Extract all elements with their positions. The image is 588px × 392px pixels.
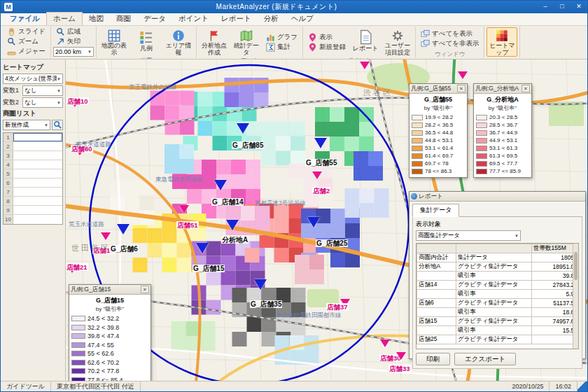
- report-row[interactable]: 吸引率15.55: [417, 326, 580, 335]
- mesh-select[interactable]: 4次メッシュ(世界測地系)▼: [3, 74, 63, 84]
- report-row[interactable]: 吸引率5.98: [417, 290, 580, 299]
- tab-ヘルプ[interactable]: ヘルプ: [285, 13, 320, 25]
- report-row[interactable]: 店舗14グラビティ集計データ27843.28: [417, 281, 580, 290]
- slide-button[interactable]: スライド: [4, 27, 48, 36]
- legend-window-store55[interactable]: 凡例:G_店舗55✕ G_店舗55 by "吸引率" 19.9 < 28.228…: [409, 83, 468, 178]
- legend-button[interactable]: 凡例: [131, 27, 162, 57]
- hide-all-button[interactable]: すべてを非表示: [418, 39, 482, 48]
- store-marker[interactable]: [312, 172, 322, 179]
- graph-button[interactable]: グラフ: [263, 33, 300, 42]
- print-button[interactable]: 印刷: [416, 353, 450, 365]
- report-table[interactable]: 世帯数155M 商圏内合計集計データ18054分析地Aグラビティ集計データ189…: [416, 243, 579, 349]
- report-row[interactable]: 店舗25グラビティ集計データ: [417, 335, 580, 344]
- show-all-button[interactable]: すべてを表示: [418, 29, 482, 38]
- legend-window-store15[interactable]: 凡例:G_店舗15✕ G_店舗15 by "吸引率" 24.5 < 32.232…: [69, 284, 151, 381]
- resize-corner[interactable]: [578, 382, 587, 391]
- report-row[interactable]: 店舗15グラビティ集計データ74957.68: [417, 317, 580, 326]
- point-report-button[interactable]: レポート: [350, 27, 381, 57]
- g-store-marker[interactable]: [196, 243, 209, 253]
- store-marker[interactable]: [380, 340, 390, 347]
- var1-select[interactable]: なし▼: [22, 85, 63, 96]
- close-button[interactable]: ✕: [570, 1, 587, 13]
- store-marker[interactable]: [101, 232, 111, 240]
- trade-area-row[interactable]: 4: [4, 160, 62, 169]
- heatmap-toggle-button[interactable]: ヒートマップ: [486, 27, 517, 57]
- store-marker[interactable]: [179, 205, 189, 213]
- g-store-marker[interactable]: [254, 279, 267, 290]
- g-store-marker[interactable]: [314, 138, 327, 148]
- title-bar[interactable]: M MarketAnalyzer (新規ドキュメント) – □ ✕: [1, 1, 587, 13]
- trade-area-row[interactable]: 8: [4, 197, 62, 206]
- trade-area-cell[interactable]: [13, 160, 62, 169]
- point-register-button[interactable]: 新規登録: [305, 43, 349, 52]
- report-row[interactable]: 商圏内合計集計データ18054: [417, 253, 580, 262]
- g-store-marker[interactable]: [214, 180, 227, 190]
- area-info-button[interactable]: エリア情報: [163, 27, 194, 57]
- trade-area-cell[interactable]: [13, 169, 62, 178]
- search-button[interactable]: [52, 120, 63, 130]
- tab-分析[interactable]: 分析: [258, 13, 285, 25]
- trade-area-cell[interactable]: [13, 197, 62, 205]
- g-store-marker[interactable]: [117, 224, 130, 234]
- tab-商圏[interactable]: 商圏: [110, 13, 137, 25]
- trade-area-cell[interactable]: [13, 142, 62, 150]
- guide-tool-status[interactable]: ガイドツール: [1, 382, 51, 391]
- trade-area-cell[interactable]: [13, 188, 62, 196]
- trade-area-row[interactable]: 6: [4, 178, 62, 188]
- trade-area-select[interactable]: 新規作成▼: [3, 120, 50, 130]
- tab-aggregate-data[interactable]: 集計データ: [412, 204, 459, 217]
- report-row[interactable]: 店舗6グラビティ集計データ51137.54: [417, 299, 580, 308]
- store-marker[interactable]: [396, 352, 406, 360]
- trade-area-row[interactable]: 1: [4, 133, 62, 142]
- trade-area-row[interactable]: 10: [4, 215, 62, 224]
- close-icon[interactable]: ✕: [522, 85, 530, 92]
- trade-area-list-title: 商圏リスト: [3, 109, 63, 118]
- g-store-marker[interactable]: [226, 220, 239, 230]
- point-show-button[interactable]: 表示: [305, 33, 349, 42]
- arrow-button[interactable]: 矢印: [53, 37, 94, 46]
- report-row[interactable]: 吸引率18.62: [417, 308, 580, 317]
- minimize-button[interactable]: –: [537, 1, 554, 13]
- user-settings-button[interactable]: ユーザー項目設定: [382, 27, 413, 57]
- close-icon[interactable]: ✕: [457, 85, 465, 92]
- trade-area-cell[interactable]: [13, 206, 62, 214]
- report-row[interactable]: 吸引率39.87: [417, 272, 580, 281]
- store-marker[interactable]: [360, 62, 370, 69]
- trade-area-cell[interactable]: [13, 178, 62, 187]
- analysis-point-button[interactable]: 分析地点作成: [199, 27, 230, 57]
- trade-area-row[interactable]: 2: [4, 142, 62, 151]
- tab-ファイル[interactable]: ファイル: [4, 13, 46, 25]
- maximize-button[interactable]: □: [554, 1, 570, 13]
- trade-area-row[interactable]: 7: [4, 188, 62, 197]
- trade-area-cell[interactable]: [13, 133, 62, 141]
- trade-area-cell[interactable]: [13, 151, 62, 160]
- trade-area-cell[interactable]: [13, 215, 62, 224]
- target-select[interactable]: 商圏集計データ▼: [416, 230, 521, 241]
- tab-ポイント[interactable]: ポイント: [172, 13, 215, 25]
- var2-select[interactable]: なし▼: [22, 97, 63, 108]
- export-button[interactable]: エクスポート: [454, 353, 516, 365]
- g-store-marker[interactable]: [307, 217, 320, 227]
- tab-データ[interactable]: データ: [137, 13, 172, 25]
- trade-area-grid[interactable]: 12345678910: [3, 132, 63, 225]
- measure-button[interactable]: メジャー: [4, 47, 48, 56]
- tab-地図[interactable]: 地図: [83, 13, 110, 25]
- legend-window-analysis-a[interactable]: 凡例:G_分析地A✕ G_分析地A by "吸引率" 20.3 < 28.528…: [473, 83, 532, 178]
- wide-area-button[interactable]: 広域: [53, 27, 94, 36]
- report-scrollbar[interactable]: [573, 244, 578, 349]
- report-row[interactable]: 分析地Aグラビティ集計データ18951.09: [417, 262, 580, 272]
- trade-area-row[interactable]: 3: [4, 151, 62, 160]
- trade-area-row[interactable]: 5: [4, 169, 62, 178]
- map-display-button[interactable]: 地図の表示: [99, 27, 130, 57]
- scale-combo[interactable]: 20.00 km▼: [53, 47, 94, 57]
- zoom-button[interactable]: ズーム: [4, 37, 48, 46]
- close-icon[interactable]: ✕: [141, 286, 149, 293]
- report-window[interactable]: レポート 集計データ 表示対象 商圏集計データ▼ 世帯数155M: [409, 191, 586, 359]
- g-store-marker[interactable]: [237, 123, 249, 134]
- trade-area-row[interactable]: 9: [4, 206, 62, 215]
- tab-レポート[interactable]: レポート: [215, 13, 258, 25]
- store-marker[interactable]: [458, 71, 468, 79]
- aggregate-button[interactable]: 集計: [263, 43, 300, 52]
- stats-data-button[interactable]: 統計データ: [231, 27, 262, 57]
- tab-ホーム[interactable]: ホーム: [46, 12, 83, 25]
